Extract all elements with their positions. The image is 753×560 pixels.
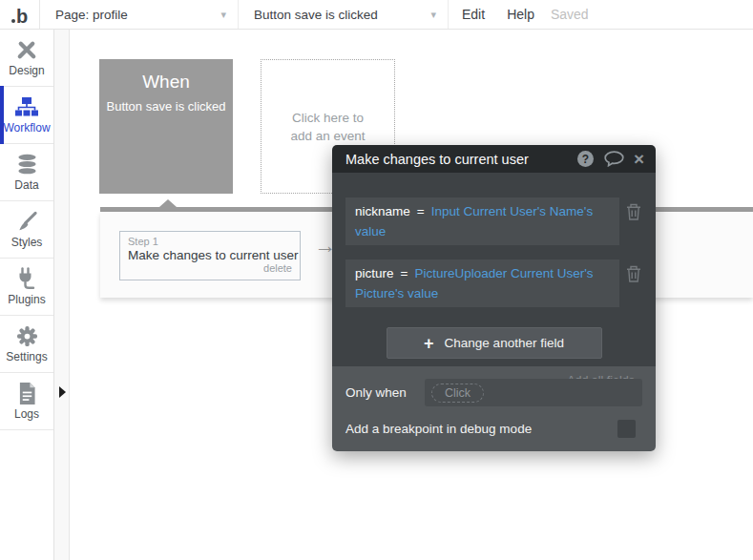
document-icon bbox=[18, 382, 36, 404]
bubble-logo[interactable]: b bbox=[0, 0, 40, 29]
sidebar-item-styles[interactable]: Styles bbox=[0, 201, 53, 259]
event-card-title: When bbox=[99, 72, 233, 93]
chevron-down-icon: ▾ bbox=[430, 9, 436, 21]
only-when-placeholder[interactable]: Click bbox=[431, 384, 484, 403]
sidebar-item-logs[interactable]: Logs bbox=[0, 373, 53, 430]
design-tools-icon bbox=[15, 38, 38, 61]
saved-status: Saved bbox=[551, 0, 589, 29]
top-bar: b Page: profile ▾ Button save is clicked… bbox=[0, 0, 753, 30]
sidebar-item-label: Settings bbox=[6, 350, 47, 363]
field-name: nickname bbox=[355, 204, 410, 218]
field-assignment[interactable]: picture=PictureUploader Current User's P… bbox=[345, 259, 619, 307]
popup-title: Make changes to current user bbox=[345, 152, 577, 167]
sidebar-gutter bbox=[54, 30, 70, 560]
event-card-subtitle: Button save is clicked bbox=[99, 99, 233, 114]
workflow-event-card[interactable]: When Button save is clicked bbox=[99, 59, 233, 194]
workflow-tree-icon bbox=[14, 95, 39, 118]
change-another-field-button[interactable]: + Change another field bbox=[387, 327, 602, 359]
popup-header[interactable]: Make changes to current user ? × bbox=[332, 145, 656, 173]
change-another-field-label: Change another field bbox=[445, 336, 564, 350]
help-icon[interactable]: ? bbox=[577, 151, 594, 167]
paintbrush-icon bbox=[16, 210, 38, 233]
sidebar-item-label: Styles bbox=[11, 236, 43, 249]
field-row: nickname=Input Current User's Name's val… bbox=[345, 197, 642, 245]
sidebar-item-label: Logs bbox=[14, 407, 39, 421]
only-when-condition-input[interactable]: Click bbox=[425, 379, 642, 406]
help-menu[interactable]: Help bbox=[507, 0, 534, 29]
sidebar-item-design[interactable]: Design bbox=[0, 30, 53, 87]
trash-icon[interactable] bbox=[626, 203, 642, 224]
only-when-row: Only when Click bbox=[345, 379, 642, 406]
breakpoint-row: Add a breakpoint in debug mode bbox=[345, 420, 642, 438]
sidebar-item-plugins[interactable]: Plugins bbox=[0, 259, 53, 316]
step-delete-link[interactable]: delete bbox=[128, 262, 292, 274]
field-row: picture=PictureUploader Current User's P… bbox=[345, 259, 642, 307]
sidebar-item-label: Design bbox=[9, 64, 44, 77]
popup-footer: Only when Click Add a breakpoint in debu… bbox=[332, 366, 656, 451]
field-operator: = bbox=[417, 204, 425, 218]
bubble-logo-letter: b bbox=[16, 8, 28, 25]
plug-icon bbox=[15, 267, 38, 290]
step-action-label: Make changes to current user bbox=[128, 248, 292, 262]
breakpoint-label: Add a breakpoint in debug mode bbox=[345, 422, 617, 436]
field-name: picture bbox=[355, 266, 394, 280]
page-selector-dropdown[interactable]: Page: profile ▾ bbox=[40, 0, 239, 29]
field-assignment[interactable]: nickname=Input Current User's Name's val… bbox=[345, 197, 619, 245]
bubble-logo-dot-icon bbox=[11, 19, 15, 23]
breakpoint-checkbox[interactable] bbox=[617, 420, 636, 438]
close-icon[interactable]: × bbox=[634, 151, 644, 167]
gear-icon bbox=[16, 324, 38, 347]
sidebar-item-label: Data bbox=[14, 178, 38, 192]
chevron-down-icon: ▾ bbox=[220, 9, 226, 21]
popup-body: nickname=Input Current User's Name's val… bbox=[332, 173, 656, 366]
event-selector-label: Button save is clicked bbox=[254, 8, 378, 22]
add-event-label: Click here to add an event bbox=[281, 109, 375, 145]
step-card[interactable]: Step 1 Make changes to current user dele… bbox=[119, 231, 301, 280]
sidebar-item-workflow[interactable]: Workflow bbox=[0, 87, 53, 144]
plus-icon: + bbox=[424, 337, 434, 350]
trash-icon[interactable] bbox=[626, 265, 642, 286]
step-number-label: Step 1 bbox=[128, 236, 292, 247]
field-operator: = bbox=[401, 266, 408, 280]
left-sidebar: Design Workflow bbox=[0, 30, 54, 560]
comment-icon[interactable] bbox=[604, 151, 624, 167]
step-strip-pointer-icon bbox=[159, 199, 177, 207]
sidebar-item-label: Workflow bbox=[3, 121, 50, 135]
sidebar-item-settings[interactable]: Settings bbox=[0, 316, 53, 373]
event-selector-dropdown[interactable]: Button save is clicked ▾ bbox=[239, 0, 449, 29]
sidebar-item-data[interactable]: Data bbox=[0, 144, 53, 201]
action-editor-popup: Make changes to current user ? × nicknam… bbox=[332, 145, 656, 451]
expand-panel-arrow-icon[interactable] bbox=[59, 386, 66, 398]
only-when-label: Only when bbox=[345, 385, 411, 400]
edit-menu[interactable]: Edit bbox=[462, 0, 485, 29]
database-icon bbox=[16, 153, 38, 176]
sidebar-item-label: Plugins bbox=[8, 293, 45, 306]
page-selector-label: Page: profile bbox=[55, 8, 128, 22]
